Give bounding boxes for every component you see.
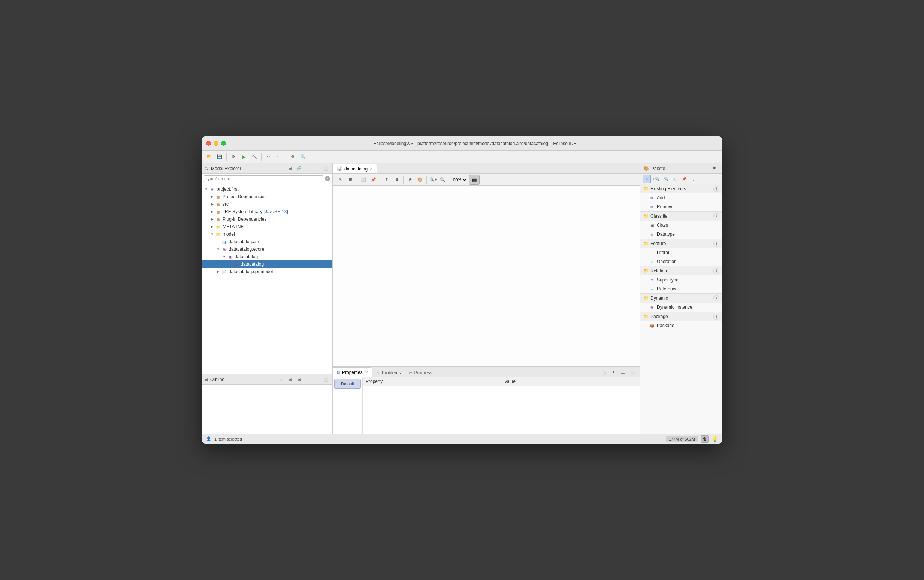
maximize-panel-btn[interactable]: ⬜ [323,165,329,172]
camera-btn[interactable]: 📷 [469,175,479,185]
minimize-panel-btn[interactable]: — [314,165,320,172]
gc-btn[interactable]: 🗑 [701,435,708,443]
palette-item-class[interactable]: ▣ Class [640,221,722,230]
tree-item-ecore[interactable]: ▾ ◉ datacatalog.ecore [202,246,332,253]
tree-item-deps[interactable]: ▶ ▦ Project Dependencies [202,193,332,201]
close-button[interactable] [206,141,211,146]
settings-btn[interactable]: ⚙ [288,153,297,161]
bottom-min-btn[interactable]: — [619,369,627,377]
outline-menu-btn[interactable]: ⋮ [305,376,311,383]
zoom-in-btn[interactable]: 🔍+ [429,175,438,185]
palette-item-package[interactable]: 📦 Package [640,321,722,330]
shape-btn[interactable]: ⬜ [359,175,368,185]
editor-tab-datacatalog[interactable]: 📊 datacatalog ✕ [333,164,377,173]
sep2 [261,153,262,161]
palette-more-btn[interactable]: ⋮ [689,175,698,183]
bottom-menu-btn[interactable]: ⋮ [609,369,618,377]
palette-title: Palette [651,166,711,171]
search-btn[interactable]: 🔍 [299,153,308,161]
properties-tab[interactable]: ⊟ Properties ✕ [333,367,372,377]
collapse-all-btn[interactable]: ⊟ [287,165,293,172]
palette-section-classifier-header[interactable]: 📁 Classifier ℹ [640,212,722,221]
package-folder-icon: 📁 [643,314,649,319]
undo-btn[interactable]: ↩ [264,153,273,161]
tree-item-datacatalog[interactable]: ✦ datacatalog [202,260,332,268]
zoom-select[interactable]: 100% 75% 50% [449,176,468,184]
aird-icon: 📊 [221,239,227,245]
outline-min-btn[interactable]: — [314,376,320,383]
palette-collapse-btn[interactable]: ▶ [713,166,720,171]
plugin-deps-label: Plug-in Dependencies [222,217,267,222]
select-btn[interactable]: ↖ [336,175,345,185]
palette-cursor-btn[interactable]: ↖ [642,175,651,183]
problems-tab[interactable]: ⚠ Problems [372,369,405,377]
outline-sync-btn[interactable]: ↕ [278,376,284,383]
palette-item-datatype[interactable]: ◈ Datatype [640,230,722,239]
tree-view[interactable]: ▾ ◈ project.first ▶ ▦ Project Dependenci… [202,184,332,374]
tree-item-src[interactable]: ▶ ▦ src [202,201,332,208]
tree-item-genmodel[interactable]: ▶ 📄 datacatalog.genmodel [202,268,332,275]
outline-view-btn[interactable]: ⊟ [296,376,302,383]
tree-item-plugin-deps[interactable]: ▶ ▦ Plug-in Dependencies [202,216,332,223]
palette-item-dynamic-instance[interactable]: ◉ Dynamic instance [640,303,722,312]
palette-layout-btn[interactable]: ⊞ [671,175,679,183]
palette-section-package-header[interactable]: 📁 Package ℹ [640,312,722,321]
group-btn[interactable]: ⊕ [405,175,414,185]
bottom-new-btn[interactable]: ⊞ [600,369,608,377]
palette-item-remove[interactable]: ✂ Remove [640,202,722,211]
run-btn[interactable]: ▶ [239,153,249,161]
palette-pin-btn[interactable]: 📌 [680,175,688,183]
palette-item-literal[interactable]: — Literal [640,248,722,257]
outline-layout-btn[interactable]: ⊞ [287,376,293,383]
palette-item-add[interactable]: ✏ Add [640,193,722,202]
tree-item-project[interactable]: ▾ ◈ project.first [202,185,332,193]
maximize-button[interactable] [221,141,226,146]
properties-tab-close[interactable]: ✕ [365,370,368,374]
editor-tab-close-btn[interactable]: ✕ [370,167,373,171]
default-tab-btn[interactable]: Default [334,379,361,389]
palette-section-relation-header[interactable]: 📁 Relation ℹ [640,266,722,275]
view-menu-btn[interactable]: ⋮ [305,165,311,172]
tree-item-meta-inf[interactable]: ▶ 📁 META-INF [202,223,332,231]
palette-zoom-in-btn[interactable]: +🔍 [652,175,660,183]
color-btn[interactable]: 🎨 [415,175,425,185]
link-btn[interactable]: 🔗 [296,165,302,172]
dynamic-instance-label: Dynamic instance [657,305,692,310]
layout-btn[interactable]: ⊞ [346,175,355,185]
new-btn[interactable]: 📂 [204,153,214,161]
tree-item-model[interactable]: ▾ 📁 model [202,231,332,238]
palette-item-reference[interactable]: → Reference [640,284,722,293]
progress-tab-label: Progress [414,370,432,376]
export-btn[interactable]: ⬆ [382,175,391,185]
filter-input[interactable] [204,175,323,182]
clear-filter-btn[interactable]: ✕ [325,176,330,181]
refresh-btn[interactable]: ⟳ [229,153,238,161]
minimize-button[interactable] [214,141,219,146]
progress-tab[interactable]: ⟳ Progress [405,369,436,377]
import-btn[interactable]: ⬇ [392,175,401,185]
project-icon: ◈ [209,186,215,192]
outline-max-btn[interactable]: ⬜ [323,376,329,383]
palette-zoom-out-btn[interactable]: -🔍 [661,175,670,183]
ecore-root-label: datacatalog [235,254,258,259]
package-section-badge: ℹ [713,314,720,320]
tree-item-ecore-root[interactable]: ▾ ▣ datacatalog [202,253,332,260]
outline-panel: ⊟ Outline ↕ ⊞ ⊟ ⋮ — ⬜ [202,374,332,434]
tree-item-aird[interactable]: 📊 datacatalog.aird [202,238,332,246]
supertype-icon: ⇧ [649,277,655,282]
pin-btn[interactable]: 📌 [369,175,378,185]
palette-section-feature-header[interactable]: 📁 Feature ℹ [640,239,722,248]
value-col-header: Value [501,377,640,386]
redo-btn[interactable]: ↪ [274,153,283,161]
palette-item-supertype[interactable]: ⇧ SuperType [640,275,722,284]
build-btn[interactable]: 🔨 [250,153,259,161]
bottom-max-btn[interactable]: ⬜ [629,369,637,377]
palette-item-operation[interactable]: ⊙ Operation [640,257,722,266]
zoom-out-btn[interactable]: 🔍- [439,175,448,185]
tree-item-jre[interactable]: ▶ ▦ JRE System Library [JavaSE-13] [202,208,332,216]
save-btn[interactable]: 💾 [215,153,224,161]
editor-canvas[interactable] [333,186,640,366]
palette-section-existing-header[interactable]: 📁 Existing Elements ℹ [640,185,722,193]
sep3 [285,153,286,161]
palette-section-dynamic-header[interactable]: 📁 Dynamic ℹ [640,294,722,303]
